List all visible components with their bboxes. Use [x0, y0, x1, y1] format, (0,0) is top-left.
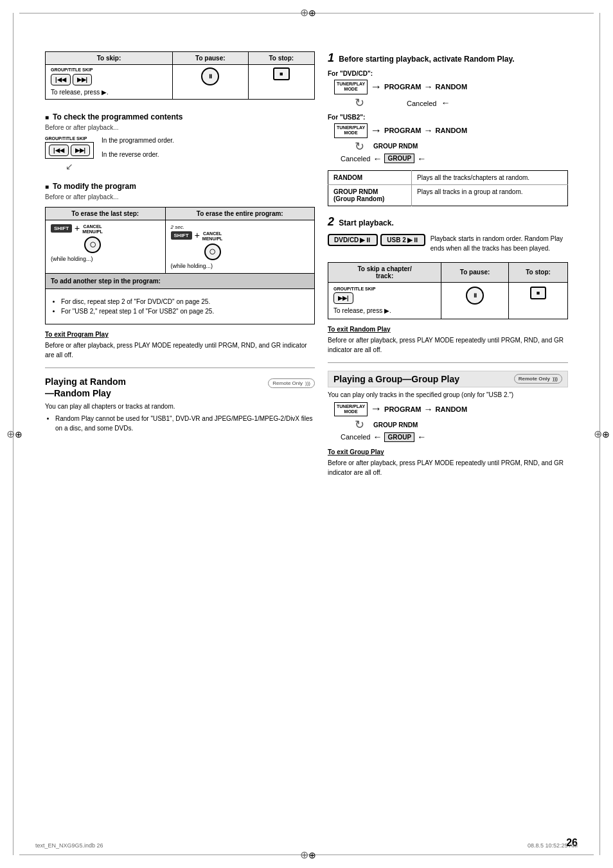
- skip-chapter-table: To skip a chapter/ track: To pause: To s…: [328, 262, 568, 319]
- step2-desc: Playback starts in random order. Random …: [431, 234, 568, 253]
- remote-only-badge: Remote Only ))): [268, 378, 315, 388]
- prog-btns: |◀◀ ▶▶|: [45, 142, 94, 159]
- group-flow-arrow-1: →: [370, 402, 382, 416]
- playback-btns: DVD/CD ▶⏸ USB 2 ▶⏸: [328, 234, 425, 246]
- plus-symbol-2: +: [195, 230, 200, 240]
- dvd-flow-arrow-1: →: [370, 80, 382, 94]
- tuner-label-3: TUNER/PLAY: [337, 404, 365, 409]
- group-play-section: Playing a Group—Group Play Remote Only )…: [328, 371, 568, 443]
- cancel-group-2: CANCEL MENU/PL ◯: [202, 231, 223, 260]
- random-label-2: RANDOM: [436, 127, 468, 134]
- skip-cell: GROUP/TITLE SKIP |◀◀ ▶▶| To release, pre…: [46, 65, 173, 100]
- erase-last-diagram: SHIFT + CANCEL MENU/PL ◯: [51, 224, 160, 253]
- exit-random-heading: To exit Random Play: [328, 326, 568, 333]
- dvd-cd-label: DVD/CD: [334, 236, 359, 244]
- footer-right: 08.8.5 10:52:25 AM: [528, 842, 578, 849]
- random-label-1: RANDOM: [436, 83, 468, 91]
- stop-chapter-icon: ■: [514, 287, 562, 299]
- remote-only-text: Remote Only: [272, 380, 303, 386]
- right-column: 1 Before starting playback, activate Ran…: [328, 51, 568, 477]
- two-sec-label: 2 sec.: [171, 224, 309, 230]
- skip-chapter-header: To skip a chapter/ track:: [328, 262, 441, 282]
- stop-chapter-btn: ■: [530, 287, 546, 299]
- mode-label-1: MODE: [337, 87, 365, 92]
- pause-btn-icon: ⏸: [201, 67, 219, 85]
- back-arrow-1: ←: [441, 98, 450, 108]
- usb2-flow-arrow-1: →: [370, 124, 382, 137]
- to-release-chapter: To release, press ▶.: [333, 306, 436, 315]
- bullet-2: For "USB 2," repeat step 1 of "For USB2"…: [61, 306, 309, 316]
- exit-random-section: To exit Random Play Before or after play…: [328, 326, 568, 355]
- prog-text-area: In the programmed order. In the reverse …: [102, 136, 174, 159]
- exit-random-text: Before or after playback, press PLAY MOD…: [328, 335, 568, 355]
- group-rndm-label-usb2: GROUP RNDM: [373, 143, 418, 150]
- group-rndm-desc: Plays all tracks in a group at random.: [412, 184, 568, 206]
- step2-heading-text: Start playback.: [339, 218, 393, 227]
- usb2-flow-row3: Canceled ← GROUP ←: [341, 154, 568, 164]
- for-usb2-label: For "USB2":: [328, 114, 568, 121]
- while-holding-1: (while holding...): [51, 256, 160, 262]
- skip-header: To skip:: [46, 52, 173, 65]
- back-arrow-2: ←: [373, 154, 382, 164]
- program-label-1: PROGRAM: [384, 83, 421, 91]
- prog-btn-area: GROUP/TITLE SKIP |◀◀ ▶▶| ↙: [45, 136, 94, 172]
- next-skip-btn: ▶▶|: [73, 74, 93, 85]
- pause-btn-wrapper: ⏸: [178, 67, 243, 85]
- usb2-label: USB 2: [387, 236, 405, 244]
- erase-entire-cell: 2 sec. SHIFT + CANCEL MENU/PL: [165, 220, 314, 274]
- shift-btn-2: SHIFT: [171, 231, 192, 240]
- group-play-text: You can play only tracks in the specifie…: [328, 391, 568, 398]
- mode-label-3: MODE: [337, 409, 365, 414]
- group-play-header: Playing a Group—Group Play Remote Only )…: [328, 371, 568, 387]
- curved-arrow-prog: ↙: [45, 161, 94, 172]
- plus-symbol-1: +: [75, 223, 80, 233]
- modify-program-sub: Before or after playback...: [45, 193, 315, 200]
- while-holding-2: (while holding...): [171, 263, 309, 269]
- cancel-btn-icon-2: ◯: [202, 244, 223, 260]
- add-step-header: To add another step in the program:: [46, 273, 315, 288]
- cancel-label-2: CANCEL MENU/PL: [202, 231, 223, 242]
- remote-only-icon: ))): [305, 380, 310, 386]
- page-container: ⊕ ⊕ ⊕ ⊕ To skip: To pause: To stop:: [0, 0, 613, 868]
- dvd-flow-arrow-2: →: [424, 82, 433, 92]
- usb2-diagram: TUNER/PLAY MODE → PROGRAM → RANDOM ↻ GRO…: [334, 123, 568, 164]
- random-label-3: RANDOM: [436, 405, 468, 413]
- cancel-group-1: CANCEL MENU/PL ◯: [82, 224, 103, 253]
- tuner-label-1: TUNER/PLAY: [337, 82, 365, 87]
- step2-content: DVD/CD ▶⏸ USB 2 ▶⏸ Playback starts in ra…: [328, 234, 568, 253]
- step1-section: 1 Before starting playback, activate Ran…: [328, 51, 568, 206]
- group-btn-1: GROUP: [384, 154, 414, 163]
- tuner-label-2: TUNER/PLAY: [337, 125, 365, 130]
- divider-2: [328, 362, 568, 363]
- dvd-flow-row1: TUNER/PLAY MODE → PROGRAM → RANDOM: [334, 80, 568, 94]
- tuner-play-btn-3: TUNER/PLAY MODE: [334, 402, 368, 417]
- skip-table: To skip: To pause: To stop: GROUP/TITLE …: [45, 51, 315, 100]
- group-btn-2: GROUP: [384, 432, 414, 442]
- erase-entire-header: To erase the entire program:: [165, 208, 314, 220]
- group-flow-row2: ↻ GROUP RNDM: [373, 418, 568, 432]
- back-arrow-5: ←: [417, 432, 426, 442]
- reg-mark-bottom: ⊕: [300, 849, 313, 862]
- group-rndm-row: GROUP RNDM (Group Random) Plays all trac…: [328, 184, 568, 206]
- step1-heading: 1 Before starting playback, activate Ran…: [328, 51, 568, 65]
- pause-cell: ⏸: [172, 65, 248, 100]
- canceled-label-1: Canceled: [407, 100, 436, 107]
- exit-program-heading: To exit Program Play: [45, 331, 315, 338]
- dvd-play-icon: ▶⏸: [360, 236, 371, 244]
- step2-section: 2 Start playback. DVD/CD ▶⏸ USB 2 ▶⏸: [328, 215, 568, 253]
- main-content: To skip: To pause: To stop: GROUP/TITLE …: [26, 39, 587, 490]
- cancel-btn-icon-1: ◯: [82, 236, 103, 253]
- stop-btn-icon: ■: [273, 67, 289, 80]
- dvd-knob-icon: ↻: [355, 96, 364, 110]
- tuner-play-btn-1: TUNER/PLAY MODE: [334, 80, 368, 94]
- modify-program-heading: To modify the program: [45, 182, 315, 191]
- next-prog-btn: ▶▶|: [71, 145, 91, 156]
- modify-program-section: To modify the program Before or after pl…: [45, 182, 315, 324]
- step2-number: 2: [328, 215, 334, 228]
- random-desc: Plays all the tracks/chapters at random.: [412, 170, 568, 184]
- step1-heading-text: Before starting playback, activate Rando…: [339, 55, 514, 64]
- pause-header: To pause:: [172, 52, 248, 65]
- to-release-left: To release, press ▶.: [51, 88, 167, 96]
- group-title-label-prog: GROUP/TITLE SKIP: [45, 136, 94, 141]
- divider-1: [45, 368, 315, 368]
